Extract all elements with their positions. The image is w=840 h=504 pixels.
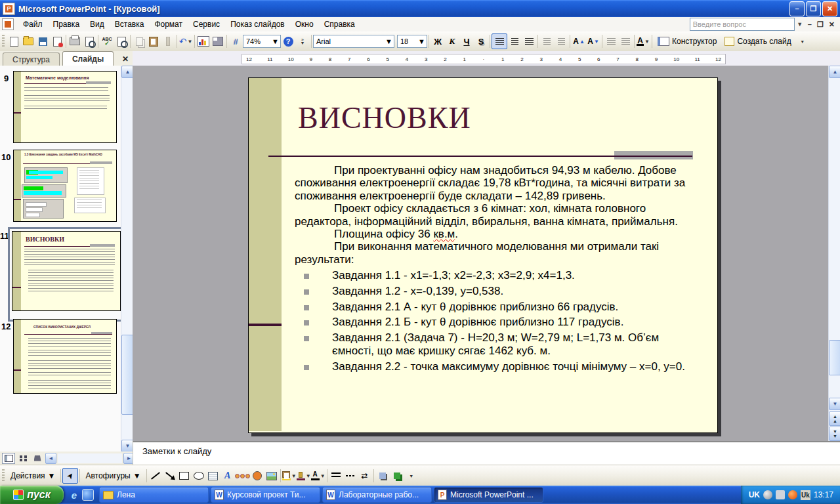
taskbar-button-folder[interactable]: Лена	[99, 487, 209, 503]
current-slide[interactable]: ВИСНОВКИ При проектуванні офісу нам знад…	[248, 77, 718, 433]
decrease-font-button[interactable]: А▼	[586, 34, 600, 49]
threed-style-button[interactable]	[390, 469, 404, 483]
select-objects-button[interactable]: ➤	[62, 468, 78, 484]
italic-button[interactable]: К	[445, 34, 459, 49]
undo-button[interactable]: ↶▼	[178, 34, 193, 49]
slide-title[interactable]: ВИСНОВКИ	[298, 100, 471, 135]
zoom-combobox[interactable]: 74%▼	[243, 35, 281, 48]
print-button[interactable]	[68, 34, 82, 49]
thumbnail-scrollbar[interactable]: ▲ ▼	[121, 66, 133, 452]
spelling-button[interactable]: ABC✓	[100, 34, 114, 49]
question-dropdown-icon[interactable]: ▼	[796, 21, 804, 28]
close-button[interactable]: ✕	[822, 1, 837, 16]
shadow-style-button[interactable]	[375, 469, 390, 483]
thumbnail-slide-10[interactable]: 1.3 Виконання завдань засобами MS Excel …	[13, 150, 117, 222]
thumbnail-slide-9[interactable]: Математичне моделювання	[13, 71, 117, 143]
increase-indent-button[interactable]	[618, 34, 633, 49]
oval-tool-button[interactable]	[192, 469, 206, 483]
line-tool-button[interactable]	[148, 469, 163, 483]
menu-format[interactable]: Формат	[149, 18, 188, 31]
slide-body-text[interactable]: При проектуванні офісу нам знадобиться 9…	[295, 164, 700, 373]
numbered-list-button[interactable]	[539, 34, 554, 49]
print-preview-button[interactable]	[82, 34, 96, 49]
font-combobox[interactable]: Arial▼	[313, 35, 394, 48]
arrow-style-button[interactable]: ⇄	[358, 469, 372, 483]
internet-explorer-icon[interactable]: e	[69, 490, 79, 500]
bullet-list-button[interactable]	[554, 34, 568, 49]
draw-actions-button[interactable]: Действия▼	[7, 471, 59, 480]
autoshapes-button[interactable]: Автофигуры▼	[81, 471, 144, 480]
next-slide-button[interactable]: ▼▼	[829, 427, 840, 441]
fill-color-button[interactable]: ▼	[282, 469, 297, 483]
taskbar-button-word-2[interactable]: WЛабораторные рабо...	[322, 487, 432, 503]
align-right-button[interactable]	[522, 34, 536, 49]
menu-tools[interactable]: Сервис	[188, 18, 225, 31]
draw-font-color-button[interactable]: А▼	[311, 469, 326, 483]
scroll-thumb[interactable]	[829, 340, 840, 375]
tray-icon-2[interactable]	[776, 490, 785, 499]
wordart-button[interactable]: А	[220, 469, 235, 483]
slide-design-button[interactable]: Конструктор	[654, 37, 721, 46]
line-color-button[interactable]: ▼	[297, 469, 311, 483]
research-button[interactable]	[114, 34, 129, 49]
diagram-button[interactable]	[235, 469, 250, 483]
bold-button[interactable]: Ж	[430, 34, 445, 49]
scroll-down-icon[interactable]: ▼	[829, 398, 840, 410]
restore-button[interactable]: ❐	[806, 1, 821, 16]
underline-button[interactable]: Ч	[459, 34, 474, 49]
toolbar-options-button[interactable]: »▼	[295, 34, 310, 49]
language-indicator[interactable]: UK	[749, 490, 760, 499]
minimize-button[interactable]: –	[789, 1, 805, 16]
align-left-button[interactable]	[492, 33, 507, 49]
align-center-button[interactable]	[507, 34, 522, 49]
arrow-tool-button[interactable]	[163, 469, 177, 483]
start-button[interactable]: пуск	[0, 486, 64, 504]
thumbnail-slide-12[interactable]: СПИСОК ВИКОРИСТАНИХ ДЖЕРЕЛ	[13, 319, 117, 394]
doc-close-button[interactable]: ✕	[829, 20, 835, 29]
text-shadow-button[interactable]: S	[474, 34, 488, 49]
notes-pane[interactable]: Заметки к слайду	[133, 441, 840, 466]
open-button[interactable]	[21, 34, 35, 49]
help-button[interactable]: ?	[281, 34, 295, 49]
menu-window[interactable]: Окно	[290, 18, 319, 31]
insert-picture-button[interactable]	[264, 469, 279, 483]
taskbar-button-word-1[interactable]: WКурсовой проект Ти...	[211, 487, 320, 503]
line-style-button[interactable]	[329, 469, 343, 483]
drawbar-options-button[interactable]: ▼	[404, 469, 419, 483]
clipart-button[interactable]	[250, 469, 264, 483]
new-slide-button[interactable]: Создать слайд	[721, 37, 795, 46]
decrease-indent-button[interactable]	[604, 34, 618, 49]
menu-view[interactable]: Вид	[85, 18, 110, 31]
show-grid-button[interactable]: #	[228, 34, 243, 49]
new-button[interactable]	[7, 34, 21, 49]
format-painter-button[interactable]	[161, 34, 175, 49]
menu-slideshow[interactable]: Показ слайдов	[225, 18, 290, 31]
menu-edit[interactable]: Правка	[48, 18, 85, 31]
hscroll-left-icon[interactable]: ◄	[45, 453, 56, 464]
tray-icon-1[interactable]	[763, 490, 772, 499]
paste-button[interactable]	[146, 34, 161, 49]
scroll-up-icon[interactable]: ▲	[829, 66, 840, 78]
hscroll-track[interactable]	[58, 453, 122, 463]
question-input[interactable]: Введите вопрос	[690, 18, 795, 31]
formatting-options-button[interactable]: ▼	[795, 34, 810, 49]
toolbar-grip[interactable]	[2, 469, 5, 482]
pane-close-icon[interactable]: ✕	[122, 54, 129, 64]
font-size-combobox[interactable]: 18▼	[397, 35, 427, 48]
textbox-tool-button[interactable]	[206, 469, 220, 483]
doc-restore-button[interactable]: ❐	[817, 20, 824, 29]
slide-area-scrollbar[interactable]: ▲ ▼ ▲▲ ▼▼	[828, 66, 840, 441]
tab-outline[interactable]: Структура	[3, 52, 60, 66]
previous-slide-button[interactable]: ▲▲	[829, 411, 840, 426]
increase-font-button[interactable]: А▲	[572, 34, 586, 49]
menu-file[interactable]: Файл	[18, 18, 48, 31]
tray-icon-3[interactable]	[788, 490, 797, 499]
language-indicator-small[interactable]: Uk	[801, 490, 810, 500]
thumbnail-slide-11-selected[interactable]: ВИСНОВКИ	[8, 227, 131, 322]
save-button[interactable]	[35, 34, 50, 49]
permission-button[interactable]	[50, 34, 64, 49]
tab-slides[interactable]: Слайды	[62, 51, 114, 66]
font-color-button[interactable]: А▼	[636, 34, 650, 49]
slideshow-button[interactable]	[31, 453, 44, 464]
quick-launch-icon[interactable]	[82, 489, 94, 501]
